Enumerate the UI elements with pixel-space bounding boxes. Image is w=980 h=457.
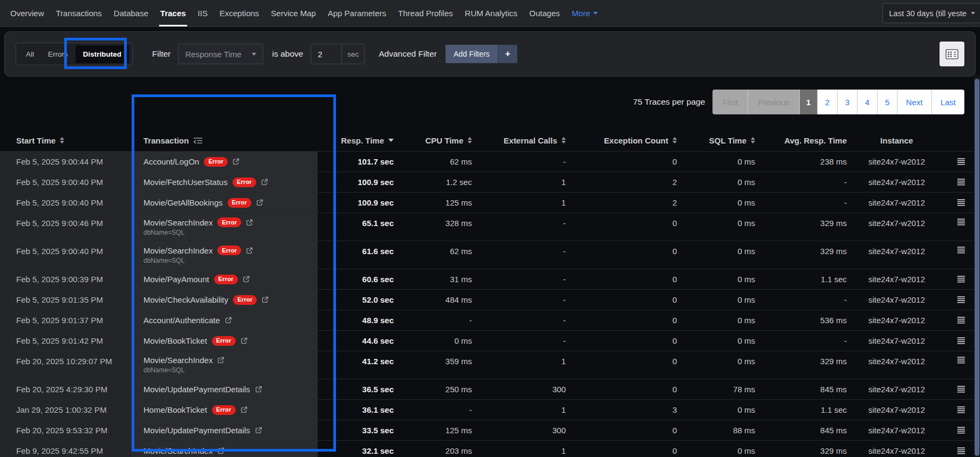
filter-field-dropdown[interactable]: Response Time [178,44,263,64]
external-link-icon[interactable] [241,337,248,344]
transaction-link[interactable]: Movie/UpdatePaymentDetails [143,385,250,394]
row-menu-button[interactable] [957,386,965,393]
column-header-exception-count[interactable]: Exception Count [566,136,677,145]
transaction-link[interactable]: Movie/PayAmount [143,275,209,284]
row-menu-button[interactable] [957,337,965,344]
resp-time-cell: 44.6 sec [318,331,394,351]
column-header-start-time[interactable]: Start Time [0,136,132,145]
transaction-link[interactable]: Movie/SearchIndex [143,218,213,227]
nav-tab-outages[interactable]: Outages [523,0,566,26]
add-filter-plus-button[interactable]: + [498,45,517,63]
page-button-3[interactable]: 3 [837,90,857,114]
page-button-1[interactable]: 1 [799,90,817,114]
row-menu-button[interactable] [957,219,965,226]
nav-tab-traces[interactable]: Traces [154,0,192,26]
row-menu-button[interactable] [957,179,965,186]
column-header-instance[interactable]: Instance [847,136,947,145]
threshold-input[interactable] [311,44,341,64]
date-range-picker[interactable]: Last 30 days (till yeste [882,3,980,23]
sort-descending-icon[interactable] [388,139,394,142]
external-link-icon[interactable] [232,158,239,165]
column-header-external-calls[interactable]: External Calls [472,136,566,145]
external-link-icon[interactable] [246,247,253,254]
page-button-next[interactable]: Next [897,90,931,114]
transaction-link[interactable]: Movie/SearchIndex [143,356,213,365]
start-time-cell: Feb 5, 2025 9:00:40 PM [0,241,132,269]
page-button-previous[interactable]: Previous [748,90,799,114]
external-link-icon[interactable] [255,427,262,434]
segment-distributed[interactable]: Distributed [76,45,129,63]
row-menu-button[interactable] [957,296,965,303]
external-link-icon[interactable] [246,219,253,226]
table-row: Feb 5, 2025 9:00:40 PMMovie/SearchIndexE… [0,241,980,269]
nav-tab-transactions[interactable]: Transactions [50,0,108,26]
row-menu-button[interactable] [957,317,965,324]
start-time-cell: Feb 5, 2025 9:01:37 PM [0,310,132,330]
column-header-avg-resp-time[interactable]: Avg. Resp. Time [755,136,847,145]
external-link-icon[interactable] [217,447,224,454]
row-menu-button[interactable] [957,406,965,413]
page-button-first[interactable]: First [712,90,748,114]
transaction-link[interactable]: Movie/UpdatePaymentDetails [143,426,250,435]
condition-label: is above [272,49,303,59]
transaction-link[interactable]: Movie/GetAllBookings [143,198,223,207]
external-link-icon[interactable] [262,296,269,303]
row-menu-button[interactable] [957,247,965,254]
transaction-link[interactable]: Movie/BookTicket [143,336,207,345]
page-button-2[interactable]: 2 [817,90,837,114]
external-link-icon[interactable] [256,199,263,206]
sort-icon[interactable] [673,137,677,144]
segment-all[interactable]: All [19,46,40,63]
row-menu-button[interactable] [957,199,965,206]
external-calls-cell: 1 [472,193,566,213]
external-link-icon[interactable] [241,406,248,413]
transaction-reorder-icon[interactable] [193,137,203,144]
nav-tab-database[interactable]: Database [108,0,154,26]
column-header-transaction[interactable]: Transaction [132,136,318,145]
row-menu-button[interactable] [957,447,965,454]
nav-tab-service-map[interactable]: Service Map [265,0,321,26]
external-link-icon[interactable] [261,179,268,186]
column-picker-button[interactable] [940,42,964,66]
column-header-sql-time[interactable]: SQL Time [677,136,755,145]
external-link-icon[interactable] [255,386,262,393]
scrollbar-thumb[interactable] [975,79,979,456]
page-button-last[interactable]: Last [931,90,964,114]
page-button-5[interactable]: 5 [877,90,897,114]
transaction-link[interactable]: Account/LogOn [143,157,199,166]
column-header-cpu-time[interactable]: CPU Time [394,136,472,145]
external-link-icon[interactable] [225,317,232,324]
transaction-link[interactable]: Movie/SearchIndex [143,446,213,455]
external-link-icon[interactable] [243,276,250,283]
nav-tab-more[interactable]: More [566,0,604,26]
transaction-link[interactable]: Movie/SearchIndex [143,246,213,255]
page-button-4[interactable]: 4 [857,90,877,114]
row-menu-button[interactable] [957,276,965,283]
add-filters-button[interactable]: Add Filters [446,45,498,63]
row-menu-button[interactable] [957,357,965,364]
sort-icon[interactable] [60,137,64,144]
nav-tab-overview[interactable]: Overview [4,0,50,26]
sort-icon[interactable] [751,137,755,144]
nav-tab-iis[interactable]: IIS [192,0,214,26]
nav-tab-exceptions[interactable]: Exceptions [214,0,265,26]
sort-icon[interactable] [561,137,566,144]
transaction-link[interactable]: Account/Authenticate [143,316,220,325]
external-link-icon[interactable] [217,357,224,364]
row-menu-button[interactable] [957,158,965,165]
sql-time-cell: 0 ms [677,400,755,420]
avg-resp-time-cell: - [755,290,847,310]
transaction-link[interactable]: Movie/FetchUserStatus [143,178,228,187]
table-body: Feb 5, 2025 9:00:44 PMAccount/LogOnError… [0,152,980,457]
nav-tab-rum-analytics[interactable]: RUM Analytics [459,0,524,26]
segment-errors[interactable]: Errors [42,46,74,63]
column-header-resp-time[interactable]: Resp. Time [318,136,394,145]
external-calls-cell: - [472,310,566,330]
row-menu-button[interactable] [957,427,965,434]
transaction-link[interactable]: Home/BookTicket [143,405,207,414]
nav-tab-thread-profiles[interactable]: Thread Profiles [392,0,459,26]
nav-tab-app-parameters[interactable]: App Parameters [322,0,392,26]
threshold-unit-label: sec [341,44,364,64]
sort-icon[interactable] [468,137,472,144]
transaction-link[interactable]: Movie/CheckAvailability [143,295,228,304]
